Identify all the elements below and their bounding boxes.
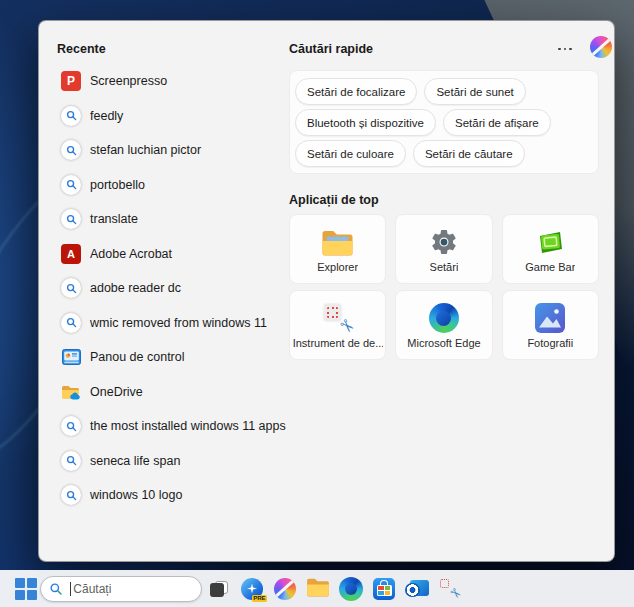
search-icon (61, 278, 81, 298)
app-tile-game-bar[interactable]: Game Bar (502, 214, 599, 284)
ellipsis-icon (558, 48, 561, 51)
recent-item[interactable]: portobello (57, 168, 287, 203)
recent-item-label: translate (90, 212, 138, 226)
quick-search-chip[interactable]: Setări de sunet (424, 78, 525, 105)
recent-item[interactable]: windows 10 logo (57, 478, 287, 513)
recent-item-label: adobe reader dc (90, 281, 181, 295)
quick-search-chip[interactable]: Setări de focalizare (295, 78, 417, 105)
quick-searches-title: Căutări rapide (289, 42, 373, 56)
search-icon (61, 416, 81, 436)
app-tile-explorer[interactable]: Explorer (289, 214, 386, 284)
preview-badge: PRE (252, 595, 267, 602)
edge-icon (427, 302, 461, 334)
copilot-preview-button[interactable]: PRE (240, 577, 264, 601)
control-panel-icon (61, 347, 81, 367)
app-tile-photos[interactable]: Fotografii (502, 290, 599, 360)
gear-icon (427, 226, 461, 258)
recent-item-label: wmic removed from windows 11 (90, 316, 267, 330)
recent-item-label: Adobe Acrobat (90, 247, 172, 261)
game-bar-icon (533, 226, 567, 258)
folder-icon (321, 226, 355, 258)
edge-button[interactable] (339, 577, 363, 601)
task-view-button[interactable] (207, 577, 231, 601)
app-tile-label: Explorer (317, 261, 358, 273)
microsoft-store-button[interactable] (372, 577, 396, 601)
onedrive-icon (61, 382, 81, 402)
quick-search-chip[interactable]: Setări de culoare (295, 140, 406, 167)
app-tile-label: Fotografii (527, 337, 573, 349)
task-view-icon (208, 578, 230, 600)
search-icon (61, 175, 81, 195)
recent-item-label: OneDrive (90, 385, 143, 399)
outlook-icon (405, 577, 429, 601)
taskbar-icons: PRE ✂ (207, 577, 462, 601)
search-icon (61, 313, 81, 333)
recent-item-label: windows 10 logo (90, 488, 182, 502)
app-tile-label: Game Bar (525, 261, 575, 273)
recent-item[interactable]: A Adobe Acrobat (57, 237, 287, 272)
app-tile-snipping-tool[interactable]: ✂ Instrument de de... (289, 290, 386, 360)
snipping-tool-icon: ✂ (321, 302, 355, 334)
recent-item-label: Panou de control (90, 350, 185, 364)
search-icon (61, 106, 81, 126)
recent-item[interactable]: seneca life span (57, 444, 287, 479)
top-apps-grid: Explorer Setări Game Bar ✂ Instrument de… (289, 214, 599, 360)
app-tile-microsoft-edge[interactable]: Microsoft Edge (395, 290, 492, 360)
recent-item[interactable]: Panou de control (57, 340, 287, 375)
app-tile-label: Setări (430, 261, 459, 273)
recent-item-label: feedly (90, 109, 123, 123)
search-icon (61, 451, 81, 471)
app-tile-label: Microsoft Edge (407, 337, 480, 349)
search-placeholder: Căutați (73, 582, 111, 596)
quick-search-chip[interactable]: Setări de afișare (443, 109, 551, 136)
quick-search-chip[interactable]: Bluetooth și dispozitive (295, 109, 436, 136)
recent-item-label: seneca life span (90, 454, 180, 468)
start-button[interactable] (14, 577, 38, 601)
snipping-tool-button[interactable]: ✂ (438, 577, 462, 601)
snipping-tool-icon: ✂ (439, 578, 461, 600)
taskbar: Căutați PRE (0, 570, 634, 607)
recent-item[interactable]: OneDrive (57, 375, 287, 410)
recent-item[interactable]: feedly (57, 99, 287, 134)
app-tile-label: Instrument de de... (293, 337, 383, 349)
file-explorer-button[interactable] (306, 577, 330, 601)
microsoft-store-icon (373, 578, 395, 600)
search-icon (61, 140, 81, 160)
recent-item[interactable]: P Screenpresso (57, 64, 287, 99)
search-icon (49, 582, 63, 596)
recent-item-label: portobello (90, 178, 145, 192)
recent-section-title: Recente (57, 42, 106, 56)
recent-item-label: the most installed windows 11 apps (90, 419, 286, 433)
quick-searches-card: Setări de focalizare Setări de sunet Blu… (289, 70, 599, 174)
text-caret (70, 582, 71, 596)
copilot-icon[interactable] (590, 36, 612, 58)
recent-item[interactable]: stefan luchian pictor (57, 133, 287, 168)
photos-icon (533, 302, 567, 334)
outlook-button[interactable] (405, 577, 429, 601)
search-flyout-panel: Recente P Screenpresso feedly stefan luc… (38, 20, 615, 562)
taskbar-search-input[interactable]: Căutați (40, 576, 202, 602)
search-icon (61, 209, 81, 229)
recent-item[interactable]: the most installed windows 11 apps (57, 409, 287, 444)
search-icon (61, 485, 81, 505)
top-apps-title: Aplicații de top (289, 193, 379, 207)
copilot-button[interactable] (273, 577, 297, 601)
recent-item-label: Screenpresso (90, 74, 167, 88)
recent-list: P Screenpresso feedly stefan luchian pic… (57, 64, 287, 513)
recent-item[interactable]: translate (57, 202, 287, 237)
screenpresso-icon: P (61, 71, 81, 91)
adobe-acrobat-icon: A (61, 244, 81, 264)
recent-item-label: stefan luchian pictor (90, 143, 201, 157)
recent-item[interactable]: wmic removed from windows 11 (57, 306, 287, 341)
start-icon (15, 578, 37, 600)
more-options-button[interactable] (556, 43, 574, 55)
app-tile-settings[interactable]: Setări (395, 214, 492, 284)
edge-icon (339, 577, 363, 601)
file-explorer-icon (306, 577, 330, 600)
recent-item[interactable]: adobe reader dc (57, 271, 287, 306)
quick-search-chip[interactable]: Setări de căutare (413, 140, 525, 167)
copilot-icon (274, 578, 296, 600)
